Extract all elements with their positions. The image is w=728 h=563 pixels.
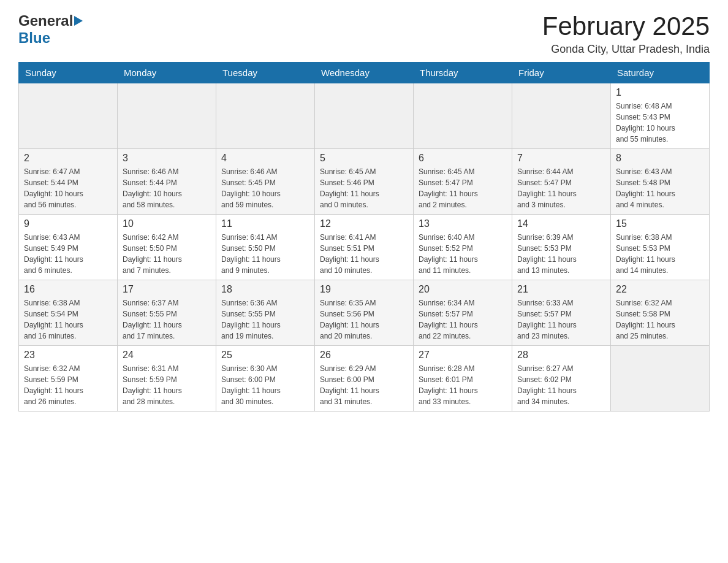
day-number: 24 — [123, 350, 211, 361]
day-info: Sunrise: 6:41 AM Sunset: 5:50 PM Dayligh… — [221, 232, 309, 276]
weekday-header-friday: Friday — [512, 63, 611, 83]
title-block: February 2025 Gonda City, Uttar Pradesh,… — [542, 12, 710, 56]
calendar-cell: 11Sunrise: 6:41 AM Sunset: 5:50 PM Dayli… — [216, 215, 315, 280]
day-number: 9 — [24, 218, 112, 229]
day-number: 14 — [517, 218, 605, 229]
calendar-week-0: 1Sunrise: 6:48 AM Sunset: 5:43 PM Daylig… — [19, 83, 710, 149]
calendar-cell: 28Sunrise: 6:27 AM Sunset: 6:02 PM Dayli… — [512, 346, 611, 412]
weekday-header-monday: Monday — [118, 63, 216, 83]
calendar-cell: 8Sunrise: 6:43 AM Sunset: 5:48 PM Daylig… — [611, 149, 710, 215]
day-info: Sunrise: 6:48 AM Sunset: 5:43 PM Dayligh… — [616, 101, 704, 145]
day-number: 10 — [123, 218, 211, 229]
day-number: 1 — [616, 87, 704, 98]
day-info: Sunrise: 6:44 AM Sunset: 5:47 PM Dayligh… — [517, 166, 605, 210]
day-info: Sunrise: 6:43 AM Sunset: 5:48 PM Dayligh… — [616, 166, 704, 210]
day-number: 6 — [419, 153, 507, 164]
calendar-cell — [611, 346, 710, 412]
calendar-cell: 14Sunrise: 6:39 AM Sunset: 5:53 PM Dayli… — [512, 215, 611, 280]
calendar-cell: 27Sunrise: 6:28 AM Sunset: 6:01 PM Dayli… — [414, 346, 512, 412]
calendar-cell: 20Sunrise: 6:34 AM Sunset: 5:57 PM Dayli… — [414, 280, 512, 346]
calendar-cell: 2Sunrise: 6:47 AM Sunset: 5:44 PM Daylig… — [19, 149, 118, 215]
calendar-cell: 25Sunrise: 6:30 AM Sunset: 6:00 PM Dayli… — [216, 346, 315, 412]
day-info: Sunrise: 6:27 AM Sunset: 6:02 PM Dayligh… — [517, 363, 605, 407]
day-info: Sunrise: 6:29 AM Sunset: 6:00 PM Dayligh… — [320, 363, 408, 407]
day-info: Sunrise: 6:42 AM Sunset: 5:50 PM Dayligh… — [123, 232, 211, 276]
day-number: 3 — [123, 153, 211, 164]
day-info: Sunrise: 6:32 AM Sunset: 5:59 PM Dayligh… — [24, 363, 112, 407]
day-number: 19 — [320, 284, 408, 295]
day-info: Sunrise: 6:30 AM Sunset: 6:00 PM Dayligh… — [221, 363, 309, 407]
day-number: 15 — [616, 218, 704, 229]
calendar-cell — [216, 83, 315, 149]
day-info: Sunrise: 6:36 AM Sunset: 5:55 PM Dayligh… — [221, 297, 309, 342]
day-number: 4 — [221, 153, 309, 164]
day-info: Sunrise: 6:32 AM Sunset: 5:58 PM Dayligh… — [616, 297, 704, 342]
calendar-cell — [19, 83, 118, 149]
calendar-cell: 15Sunrise: 6:38 AM Sunset: 5:53 PM Dayli… — [611, 215, 710, 280]
page-header: General Blue February 2025 Gonda City, U… — [18, 12, 710, 56]
day-number: 23 — [24, 350, 112, 361]
weekday-header-row: SundayMondayTuesdayWednesdayThursdayFrid… — [19, 63, 710, 83]
calendar-cell: 10Sunrise: 6:42 AM Sunset: 5:50 PM Dayli… — [118, 215, 216, 280]
calendar-cell: 9Sunrise: 6:43 AM Sunset: 5:49 PM Daylig… — [19, 215, 118, 280]
day-number: 8 — [616, 153, 704, 164]
day-info: Sunrise: 6:35 AM Sunset: 5:56 PM Dayligh… — [320, 297, 408, 342]
calendar-cell: 5Sunrise: 6:45 AM Sunset: 5:46 PM Daylig… — [315, 149, 414, 215]
day-number: 21 — [517, 284, 605, 295]
calendar-cell: 1Sunrise: 6:48 AM Sunset: 5:43 PM Daylig… — [611, 83, 710, 149]
day-info: Sunrise: 6:45 AM Sunset: 5:47 PM Dayligh… — [419, 166, 507, 210]
day-info: Sunrise: 6:34 AM Sunset: 5:57 PM Dayligh… — [419, 297, 507, 342]
calendar-cell: 3Sunrise: 6:46 AM Sunset: 5:44 PM Daylig… — [118, 149, 216, 215]
calendar-cell: 17Sunrise: 6:37 AM Sunset: 5:55 PM Dayli… — [118, 280, 216, 346]
day-number: 12 — [320, 218, 408, 229]
day-number: 11 — [221, 218, 309, 229]
calendar-cell: 23Sunrise: 6:32 AM Sunset: 5:59 PM Dayli… — [19, 346, 118, 412]
day-info: Sunrise: 6:28 AM Sunset: 6:01 PM Dayligh… — [419, 363, 507, 407]
day-number: 18 — [221, 284, 309, 295]
weekday-header-tuesday: Tuesday — [216, 63, 315, 83]
day-info: Sunrise: 6:46 AM Sunset: 5:44 PM Dayligh… — [123, 166, 211, 210]
calendar-cell: 24Sunrise: 6:31 AM Sunset: 5:59 PM Dayli… — [118, 346, 216, 412]
day-number: 22 — [616, 284, 704, 295]
calendar-week-1: 2Sunrise: 6:47 AM Sunset: 5:44 PM Daylig… — [19, 149, 710, 215]
calendar-cell: 19Sunrise: 6:35 AM Sunset: 5:56 PM Dayli… — [315, 280, 414, 346]
calendar-cell — [315, 83, 414, 149]
calendar-cell — [118, 83, 216, 149]
calendar-week-4: 23Sunrise: 6:32 AM Sunset: 5:59 PM Dayli… — [19, 346, 710, 412]
day-number: 5 — [320, 153, 408, 164]
weekday-header-wednesday: Wednesday — [315, 63, 414, 83]
calendar-cell: 18Sunrise: 6:36 AM Sunset: 5:55 PM Dayli… — [216, 280, 315, 346]
calendar-cell: 4Sunrise: 6:46 AM Sunset: 5:45 PM Daylig… — [216, 149, 315, 215]
calendar-cell: 16Sunrise: 6:38 AM Sunset: 5:54 PM Dayli… — [19, 280, 118, 346]
month-title: February 2025 — [542, 12, 710, 40]
day-info: Sunrise: 6:38 AM Sunset: 5:54 PM Dayligh… — [24, 297, 112, 342]
logo-blue-text: Blue — [18, 29, 50, 46]
day-info: Sunrise: 6:40 AM Sunset: 5:52 PM Dayligh… — [419, 232, 507, 276]
day-info: Sunrise: 6:46 AM Sunset: 5:45 PM Dayligh… — [221, 166, 309, 210]
calendar-cell: 13Sunrise: 6:40 AM Sunset: 5:52 PM Dayli… — [414, 215, 512, 280]
day-number: 28 — [517, 350, 605, 361]
day-info: Sunrise: 6:45 AM Sunset: 5:46 PM Dayligh… — [320, 166, 408, 210]
weekday-header-saturday: Saturday — [611, 63, 710, 83]
calendar-cell: 6Sunrise: 6:45 AM Sunset: 5:47 PM Daylig… — [414, 149, 512, 215]
calendar-cell: 26Sunrise: 6:29 AM Sunset: 6:00 PM Dayli… — [315, 346, 414, 412]
calendar-week-2: 9Sunrise: 6:43 AM Sunset: 5:49 PM Daylig… — [19, 215, 710, 280]
logo: General Blue — [18, 12, 83, 47]
calendar-cell: 21Sunrise: 6:33 AM Sunset: 5:57 PM Dayli… — [512, 280, 611, 346]
calendar-cell: 12Sunrise: 6:41 AM Sunset: 5:51 PM Dayli… — [315, 215, 414, 280]
day-info: Sunrise: 6:33 AM Sunset: 5:57 PM Dayligh… — [517, 297, 605, 342]
day-info: Sunrise: 6:37 AM Sunset: 5:55 PM Dayligh… — [123, 297, 211, 342]
calendar-cell — [512, 83, 611, 149]
calendar-cell: 7Sunrise: 6:44 AM Sunset: 5:47 PM Daylig… — [512, 149, 611, 215]
day-number: 27 — [419, 350, 507, 361]
logo-general-text: General — [18, 12, 73, 29]
day-info: Sunrise: 6:41 AM Sunset: 5:51 PM Dayligh… — [320, 232, 408, 276]
day-number: 13 — [419, 218, 507, 229]
weekday-header-thursday: Thursday — [414, 63, 512, 83]
calendar-week-3: 16Sunrise: 6:38 AM Sunset: 5:54 PM Dayli… — [19, 280, 710, 346]
day-number: 7 — [517, 153, 605, 164]
day-info: Sunrise: 6:39 AM Sunset: 5:53 PM Dayligh… — [517, 232, 605, 276]
location-text: Gonda City, Uttar Pradesh, India — [542, 43, 710, 56]
day-number: 26 — [320, 350, 408, 361]
calendar-cell: 22Sunrise: 6:32 AM Sunset: 5:58 PM Dayli… — [611, 280, 710, 346]
